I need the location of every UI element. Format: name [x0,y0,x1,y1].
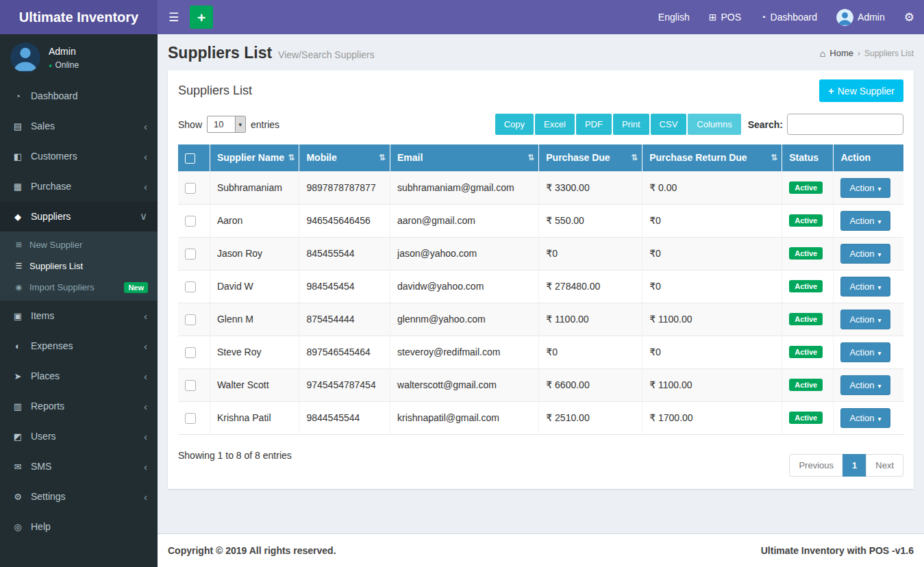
caret-down-icon: ▾ [878,218,882,225]
status-badge: Active [789,214,823,227]
action-button[interactable]: Action▾ [840,277,890,297]
quick-add-button[interactable]: + [190,5,213,29]
sort-icon: ⇅ [527,153,534,162]
suppliers-submenu: ⊞New Supplier☰Suppliers List◉Import Supp… [0,231,158,301]
row-checkbox[interactable] [185,281,196,292]
sidebar-item-users[interactable]: ◩Users‹ [0,421,158,451]
column-header-purchase-due[interactable]: Purchase Due⇅ [539,144,642,171]
select-all-checkbox[interactable] [185,153,195,164]
action-button[interactable]: Action▾ [840,211,890,231]
purchase-return-due-cell: ₹ 1700.00 [642,401,782,434]
purchase-due-cell: ₹ 2510.00 [539,401,642,434]
action-button[interactable]: Action▾ [840,375,890,395]
sidebar-item-sms[interactable]: ✉SMS‹ [0,451,158,481]
row-checkbox[interactable] [185,413,196,424]
help-icon: ◎ [10,522,25,532]
row-checkbox[interactable] [185,380,196,391]
pagination-previous[interactable]: Previous [789,454,843,477]
column-header-label: Action [840,152,871,163]
users-icon: ◩ [10,431,25,442]
export-columns-button[interactable]: Columns [688,114,740,135]
nav-pos-label: POS [721,12,742,23]
nav-settings[interactable]: ⚙ [895,0,924,34]
action-button[interactable]: Action▾ [840,342,890,362]
search-input[interactable] [787,114,903,135]
sidebar-item-reports[interactable]: ▥Reports‹ [0,391,158,421]
show-label: Show [178,119,202,130]
column-header-supplier-name[interactable]: Supplier Name⇅ [210,144,299,171]
pos-icon: ⊞ [709,12,717,23]
row-checkbox[interactable] [185,347,196,358]
sidebar-user-status[interactable]: ●Online [49,60,79,70]
sidebar-item-customers[interactable]: ◧Customers‹ [0,141,158,171]
sidebar-item-label: Reports [31,401,64,412]
app-logo[interactable]: Ultimate Inventory [0,0,158,34]
export-csv-button[interactable]: CSV [651,114,687,135]
pagination-page-1[interactable]: 1 [842,454,866,477]
sidebar-subitem-suppliers-list[interactable]: ☰Suppliers List [0,255,158,277]
sort-icon: ⇅ [631,153,638,162]
sidebar-item-label: SMS [31,461,51,472]
reports-icon: ▥ [10,401,25,412]
export-excel-button[interactable]: Excel [535,114,575,135]
sidebar-item-suppliers[interactable]: ◆Suppliers∨ [0,201,158,231]
sidebar-item-items[interactable]: ▣Items‹ [0,301,158,331]
nav-dashboard[interactable]: ◔ Dashboard [751,0,827,34]
table-row: Walter Scott9745454787454walterscott@gma… [178,368,903,401]
sidebar-item-expenses[interactable]: ◐Expenses‹ [0,331,158,361]
mobile-cell: 984545454 [299,270,390,303]
status-badge: Active [789,247,823,260]
sidebar-item-label: Suppliers [31,211,71,222]
entries-select[interactable]: 10 ▾ [207,116,246,133]
status-badge: Active [789,280,823,292]
sidebar-subitem-new-supplier[interactable]: ⊞New Supplier [0,234,158,255]
sidebar-subitem-import-suppliers[interactable]: ◉Import SuppliersNew [0,277,158,298]
purchase-return-due-cell: ₹0 [642,270,782,303]
column-header-mobile[interactable]: Mobile⇅ [299,144,390,171]
export-print-button[interactable]: Print [613,114,649,135]
row-checkbox[interactable] [185,314,196,325]
sidebar-item-help[interactable]: ◎Help [0,512,158,542]
purchase-due-cell: ₹0 [539,237,642,270]
sidebar-item-dashboard[interactable]: ◔Dashboard [0,81,158,111]
action-button[interactable]: Action▾ [840,310,890,329]
row-checkbox[interactable] [185,183,196,194]
breadcrumb-current: Suppliers List [864,49,914,58]
column-header-purchase-return-due[interactable]: Purchase Return Due⇅ [642,144,782,171]
sidebar-item-sales[interactable]: ▤Sales‹ [0,111,158,141]
status-badge: Active [789,346,823,358]
sidebar-item-settings[interactable]: ⚙Settings‹ [0,481,158,512]
action-button[interactable]: Action▾ [840,178,890,198]
export-copy-button[interactable]: Copy [495,114,534,135]
purchase-due-cell: ₹ 550.00 [539,204,642,237]
sidebar-item-purchase[interactable]: ▦Purchase‹ [0,171,158,201]
column-header-label: Supplier Name [217,152,284,163]
mobile-cell: 875454444 [299,303,390,336]
sidebar-toggle-button[interactable]: ☰ [158,0,190,34]
action-button[interactable]: Action▾ [840,244,890,264]
column-header-label: Purchase Return Due [649,152,747,163]
nav-language[interactable]: English [649,0,699,34]
export-pdf-button[interactable]: PDF [576,114,612,135]
nav-user-menu[interactable]: Admin [827,0,895,34]
breadcrumb: ⌂ Home › Suppliers List [820,48,914,59]
select-caret-icon: ▾ [235,116,246,132]
checkbox-cell [178,303,210,336]
status-cell: Active [782,270,834,303]
breadcrumb-home[interactable]: Home [829,48,853,58]
row-checkbox[interactable] [185,216,196,227]
chevron-icon: ‹ [144,181,147,192]
action-button[interactable]: Action▾ [840,408,890,428]
supplier-name-cell: Subhramaniam [210,171,299,204]
pagination-next[interactable]: Next [866,454,903,477]
table-controls: Show 10 ▾ entries CopyExcelPDFPrintCSVCo… [168,111,914,144]
row-checkbox[interactable] [185,249,196,260]
entries-select-value: 10 [208,116,234,132]
nav-pos[interactable]: ⊞ POS [699,0,751,34]
sidebar-item-places[interactable]: ➤Places‹ [0,361,158,391]
supplier-name-cell: Krishna Patil [210,401,299,434]
new-supplier-button[interactable]: + New Supplier [819,79,903,102]
status-badge: Active [789,379,823,391]
column-header-email[interactable]: Email⇅ [390,144,539,171]
email-cell: walterscott@gmail.com [390,368,539,401]
